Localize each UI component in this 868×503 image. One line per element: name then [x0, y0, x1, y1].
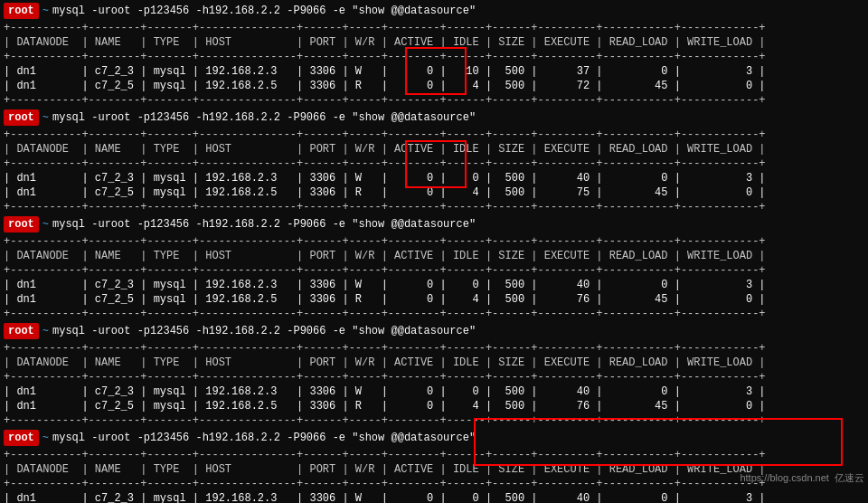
- table-row-5-1: | dn1 | c7_2_3 | mysql | 192.168.2.3 | 3…: [4, 491, 864, 503]
- prompt-line-3: root ~ mysql -uroot -p123456 -h192.168.2…: [0, 215, 868, 233]
- table-row-2-2: | dn1 | c7_2_5 | mysql | 192.168.2.5 | 3…: [4, 185, 864, 200]
- prompt-cmd-3: mysql -uroot -p123456 -h192.168.2.2 -P90…: [52, 216, 476, 233]
- table-row-4-2: | dn1 | c7_2_5 | mysql | 192.168.2.5 | 3…: [4, 399, 864, 413]
- terminal: root ~ mysql -uroot -p123456 -h192.168.2…: [0, 0, 868, 503]
- table-4: +-----------+--------+-------+----------…: [0, 340, 868, 429]
- prompt-cmd-2: mysql -uroot -p123456 -h192.168.2.2 -P90…: [52, 109, 476, 126]
- table-1: +-----------+--------+-------+----------…: [0, 20, 868, 109]
- table-header-5: | DATANODE | NAME | TYPE | HOST | PORT |…: [4, 462, 864, 477]
- prompt-root-4: root: [4, 323, 39, 339]
- prompt-line-1: root ~ mysql -uroot -p123456 -h192.168.2…: [0, 2, 868, 20]
- table-sep-mid-1: +-----------+--------+-------+----------…: [4, 50, 864, 64]
- watermark: https://blog.csdn.net 亿速云: [740, 471, 864, 485]
- table-row-3-1: | dn1 | c7_2_3 | mysql | 192.168.2.3 | 3…: [4, 278, 864, 292]
- table-sep-top-3: +-----------+--------+-------+----------…: [4, 234, 864, 249]
- prompt-tilde-4: ~: [42, 323, 49, 339]
- prompt-cmd-4: mysql -uroot -p123456 -h192.168.2.2 -P90…: [52, 323, 476, 339]
- table-2: +-----------+--------+-------+----------…: [0, 127, 868, 215]
- table-sep-top-5: +-----------+--------+-------+----------…: [4, 448, 864, 462]
- table-3: +-----------+--------+-------+----------…: [0, 233, 868, 322]
- prompt-root-5: root: [4, 430, 39, 446]
- table-5: +-----------+--------+-------+----------…: [0, 447, 868, 503]
- section-4: root ~ mysql -uroot -p123456 -h192.168.2…: [0, 322, 868, 429]
- table-sep-mid-3: +-----------+--------+-------+----------…: [4, 263, 864, 278]
- prompt-tilde-1: ~: [42, 3, 49, 19]
- table-sep-bot-2: +-----------+--------+-------+----------…: [4, 200, 864, 214]
- prompt-line-2: root ~ mysql -uroot -p123456 -h192.168.2…: [0, 109, 868, 127]
- section-3: root ~ mysql -uroot -p123456 -h192.168.2…: [0, 215, 868, 322]
- table-sep-bot-4: +-----------+--------+-------+----------…: [4, 413, 864, 428]
- table-sep-mid-4: +-----------+--------+-------+----------…: [4, 370, 864, 384]
- prompt-cmd-1: mysql -uroot -p123456 -h192.168.2.2 -P90…: [52, 3, 476, 19]
- section-5: root ~ mysql -uroot -p123456 -h192.168.2…: [0, 429, 868, 503]
- table-header-2: | DATANODE | NAME | TYPE | HOST | PORT |…: [4, 142, 864, 157]
- table-row-1-1: | dn1 | c7_2_3 | mysql | 192.168.2.3 | 3…: [4, 64, 864, 79]
- table-header-3: | DATANODE | NAME | TYPE | HOST | PORT |…: [4, 249, 864, 263]
- table-row-4-1: | dn1 | c7_2_3 | mysql | 192.168.2.3 | 3…: [4, 384, 864, 399]
- prompt-tilde-2: ~: [42, 109, 49, 126]
- prompt-tilde-5: ~: [42, 430, 49, 446]
- table-sep-bot-3: +-----------+--------+-------+----------…: [4, 307, 864, 321]
- prompt-root-1: root: [4, 3, 39, 19]
- prompt-cmd-5: mysql -uroot -p123456 -h192.168.2.2 -P90…: [52, 430, 476, 446]
- table-row-1-2: | dn1 | c7_2_5 | mysql | 192.168.2.5 | 3…: [4, 79, 864, 93]
- prompt-line-5: root ~ mysql -uroot -p123456 -h192.168.2…: [0, 429, 868, 447]
- table-row-2-1: | dn1 | c7_2_3 | mysql | 192.168.2.3 | 3…: [4, 171, 864, 185]
- prompt-line-4: root ~ mysql -uroot -p123456 -h192.168.2…: [0, 322, 868, 340]
- table-sep-top-1: +-----------+--------+-------+----------…: [4, 21, 864, 35]
- table-sep-bot-1: +-----------+--------+-------+----------…: [4, 93, 864, 108]
- prompt-root-2: root: [4, 109, 39, 126]
- table-sep-top-4: +-----------+--------+-------+----------…: [4, 341, 864, 356]
- terminal-wrapper: root ~ mysql -uroot -p123456 -h192.168.2…: [0, 0, 868, 503]
- table-row-3-2: | dn1 | c7_2_5 | mysql | 192.168.2.5 | 3…: [4, 292, 864, 307]
- table-header-4: | DATANODE | NAME | TYPE | HOST | PORT |…: [4, 356, 864, 370]
- section-2: root ~ mysql -uroot -p123456 -h192.168.2…: [0, 109, 868, 215]
- section-1: root ~ mysql -uroot -p123456 -h192.168.2…: [0, 2, 868, 109]
- table-sep-mid-2: +-----------+--------+-------+----------…: [4, 157, 864, 171]
- table-sep-top-2: +-----------+--------+-------+----------…: [4, 128, 864, 142]
- table-header-1: | DATANODE | NAME | TYPE | HOST | PORT |…: [4, 35, 864, 50]
- prompt-root-3: root: [4, 216, 39, 233]
- prompt-tilde-3: ~: [42, 216, 49, 233]
- table-sep-mid-5: +-----------+--------+-------+----------…: [4, 477, 864, 491]
